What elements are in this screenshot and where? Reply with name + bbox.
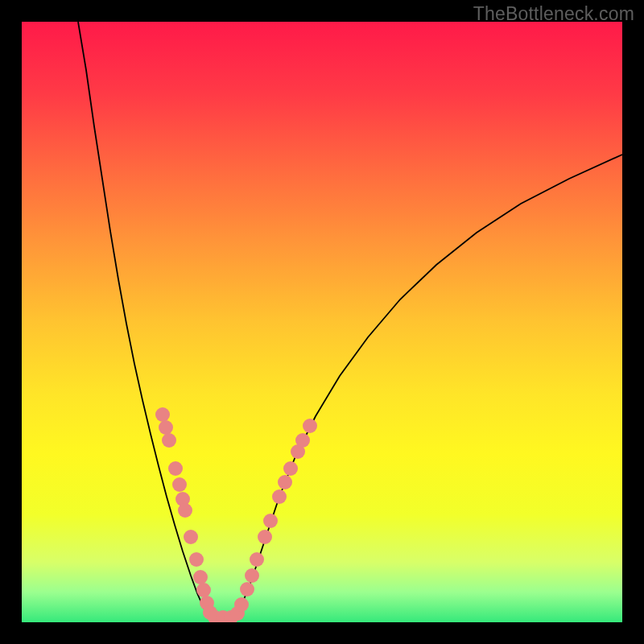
data-dot — [245, 568, 259, 583]
data-dot — [272, 489, 287, 504]
data-dot — [263, 514, 278, 528]
dots-right-group — [230, 419, 317, 621]
data-dot — [258, 530, 272, 544]
watermark-text: TheBottleneck.com — [473, 3, 634, 25]
left-curve-path — [78, 22, 210, 617]
dots-left-group — [155, 407, 217, 620]
data-dot — [278, 475, 292, 489]
data-dot — [168, 461, 183, 476]
data-dot — [184, 530, 198, 544]
data-dot — [162, 433, 176, 448]
right-curve-path — [235, 155, 622, 617]
data-dot — [234, 597, 249, 612]
data-dot — [155, 407, 170, 422]
data-dot — [172, 477, 187, 492]
chart-plot-area — [22, 22, 622, 622]
data-dot — [178, 503, 192, 518]
data-dot — [283, 461, 298, 476]
data-dot — [250, 552, 264, 567]
data-dot — [196, 583, 211, 597]
data-dot — [295, 433, 310, 448]
data-dot — [189, 552, 204, 567]
chart-svg — [22, 22, 622, 622]
data-dot — [193, 570, 208, 584]
data-dot — [303, 419, 317, 433]
data-dot — [159, 420, 173, 435]
data-dot — [240, 582, 254, 597]
